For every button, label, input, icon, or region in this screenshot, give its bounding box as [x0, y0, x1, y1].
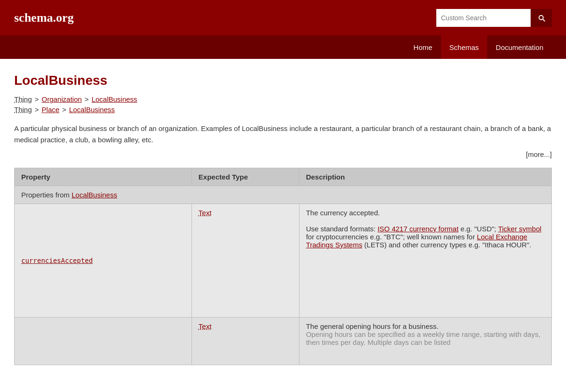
desc-detail-2: Opening hours can be specified as a week…: [306, 330, 545, 346]
property-name-currencies[interactable]: currenciesAccepted: [21, 257, 93, 264]
col-description: Description: [299, 168, 551, 186]
type-cell-1: Text: [191, 204, 299, 318]
breadcrumb-localbusiness-2[interactable]: LocalBusiness: [69, 106, 115, 114]
desc-cell-2: The general opening hours for a business…: [299, 318, 551, 365]
type-cell-2: Text: [191, 318, 299, 365]
desc-cell-1: The currency accepted. Use standard form…: [299, 204, 551, 318]
nav-item-schemas[interactable]: Schemas: [441, 35, 488, 59]
page-title: LocalBusiness: [14, 73, 552, 88]
search-container: [436, 9, 552, 27]
breadcrumb-sep-4: >: [62, 106, 67, 114]
main-nav: Home Schemas Documentation: [0, 35, 566, 59]
properties-table: Property Expected Type Description Prope…: [14, 168, 552, 365]
desc-main-1: The currency accepted.: [306, 209, 545, 217]
property-inner-1: currenciesAccepted: [21, 209, 185, 312]
table-row: currenciesAccepted Text The currency acc…: [15, 204, 552, 318]
more-link[interactable]: [more...]: [526, 150, 552, 158]
breadcrumb-sep-1: >: [35, 95, 39, 103]
breadcrumb-place[interactable]: Place: [42, 106, 59, 114]
breadcrumb-sep-3: >: [35, 106, 39, 114]
nav-item-home[interactable]: Home: [405, 35, 441, 59]
property-cell-1: currenciesAccepted: [15, 204, 192, 318]
desc-detail-1: Use standard formats: ISO 4217 currency …: [306, 225, 545, 249]
breadcrumb-2: Thing > Place > LocalBusiness: [14, 106, 552, 114]
property-inner-2: [21, 322, 185, 360]
table-header-row: Property Expected Type Description: [15, 168, 552, 186]
table-row: Text The general opening hours for a bus…: [15, 318, 552, 365]
site-logo[interactable]: schema.org: [14, 11, 74, 25]
section-header-row: Properties from LocalBusiness: [15, 186, 552, 204]
page-description: A particular physical business or branch…: [14, 123, 552, 146]
breadcrumb-1: Thing > Organization > LocalBusiness: [14, 95, 552, 103]
type-link-text-2[interactable]: Text: [199, 322, 212, 330]
site-header: schema.org: [0, 0, 566, 35]
breadcrumb-sep-2: >: [84, 95, 89, 103]
desc-main-2: The general opening hours for a business…: [306, 322, 545, 330]
col-property: Property: [15, 168, 192, 186]
type-link-text-1[interactable]: Text: [199, 209, 212, 217]
search-input[interactable]: [436, 9, 531, 27]
breadcrumb-organization[interactable]: Organization: [42, 95, 82, 103]
nav-item-documentation[interactable]: Documentation: [487, 35, 552, 59]
search-button[interactable]: [531, 9, 552, 27]
breadcrumb-localbusiness-1[interactable]: LocalBusiness: [92, 95, 137, 103]
section-label: Properties from: [21, 191, 72, 199]
breadcrumb-thing-2[interactable]: Thing: [14, 106, 32, 114]
more-link-container: [more...]: [14, 150, 552, 158]
iso-link[interactable]: ISO 4217 currency format: [377, 225, 458, 233]
breadcrumb-thing-1[interactable]: Thing: [14, 95, 32, 103]
ticker-link[interactable]: Ticker symbol: [498, 225, 541, 233]
property-cell-2: [15, 318, 192, 365]
lets-link[interactable]: Local Exchange Tradings Systems: [306, 233, 527, 249]
main-content: LocalBusiness Thing > Organization > Loc…: [0, 59, 566, 365]
section-header-cell: Properties from LocalBusiness: [15, 186, 552, 204]
search-icon: [537, 14, 546, 22]
col-expected-type: Expected Type: [191, 168, 299, 186]
section-link[interactable]: LocalBusiness: [72, 191, 117, 199]
